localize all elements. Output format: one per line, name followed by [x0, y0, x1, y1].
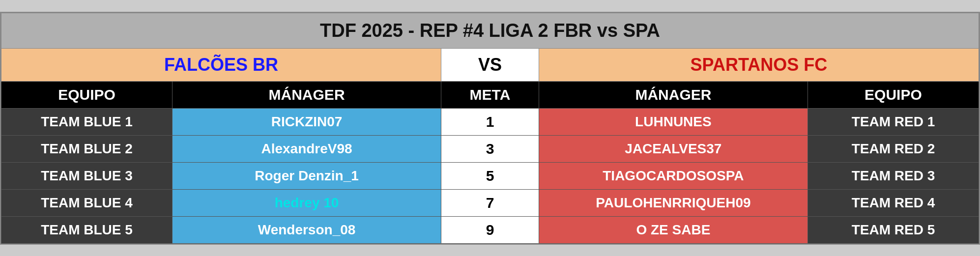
red-team-name: TEAM RED 4	[807, 189, 979, 216]
meta-value: 3	[441, 135, 539, 162]
blue-manager: Roger Denzin_1	[173, 162, 441, 189]
red-team-name: TEAM RED 1	[807, 108, 979, 135]
blue-manager: Wenderson_08	[173, 216, 441, 243]
col-header-row: EQUIPO MÁNAGER META MÁNAGER EQUIPO	[1, 81, 979, 108]
blue-manager: AlexandreV98	[173, 135, 441, 162]
col-header-manager-blue: MÁNAGER	[173, 81, 441, 108]
table-row: TEAM BLUE 5Wenderson_089O ZE SABETEAM RE…	[1, 216, 979, 243]
red-manager: TIAGOCARDOSOSPA	[539, 162, 807, 189]
title-row: TDF 2025 - REP #4 LIGA 2 FBR vs SPA	[1, 13, 979, 48]
page-title: TDF 2025 - REP #4 LIGA 2 FBR vs SPA	[1, 13, 979, 48]
blue-team-header: FALCÕES BR	[1, 48, 441, 81]
red-manager: O ZE SABE	[539, 216, 807, 243]
table-row: TEAM BLUE 1RICKZIN071LUHNUNESTEAM RED 1	[1, 108, 979, 135]
blue-manager: RICKZIN07	[173, 108, 441, 135]
vs-label: VS	[441, 48, 539, 81]
red-team-name: TEAM RED 5	[807, 216, 979, 243]
main-table-container: TDF 2025 - REP #4 LIGA 2 FBR vs SPA FALC…	[0, 12, 980, 245]
col-header-meta: META	[441, 81, 539, 108]
table-row: TEAM BLUE 4hedrey 107PAULOHENRRIQUEH09TE…	[1, 189, 979, 216]
meta-value: 7	[441, 189, 539, 216]
col-header-equipo-red: EQUIPO	[807, 81, 979, 108]
red-team-name: TEAM RED 3	[807, 162, 979, 189]
table-row: TEAM BLUE 2AlexandreV983JACEALVES37TEAM …	[1, 135, 979, 162]
red-manager: PAULOHENRRIQUEH09	[539, 189, 807, 216]
red-team-name: TEAM RED 2	[807, 135, 979, 162]
red-manager: JACEALVES37	[539, 135, 807, 162]
blue-team-name: TEAM BLUE 5	[1, 216, 173, 243]
blue-team-name: TEAM BLUE 2	[1, 135, 173, 162]
blue-team-name: TEAM BLUE 1	[1, 108, 173, 135]
red-team-header: SPARTANOS FC	[539, 48, 979, 81]
red-manager: LUHNUNES	[539, 108, 807, 135]
meta-value: 9	[441, 216, 539, 243]
col-header-equipo-blue: EQUIPO	[1, 81, 173, 108]
blue-team-name: TEAM BLUE 4	[1, 189, 173, 216]
blue-manager: hedrey 10	[173, 189, 441, 216]
meta-value: 5	[441, 162, 539, 189]
blue-team-name: TEAM BLUE 3	[1, 162, 173, 189]
table-row: TEAM BLUE 3Roger Denzin_15TIAGOCARDOSOSP…	[1, 162, 979, 189]
col-header-manager-red: MÁNAGER	[539, 81, 807, 108]
meta-value: 1	[441, 108, 539, 135]
team-header-row: FALCÕES BR VS SPARTANOS FC	[1, 48, 979, 81]
